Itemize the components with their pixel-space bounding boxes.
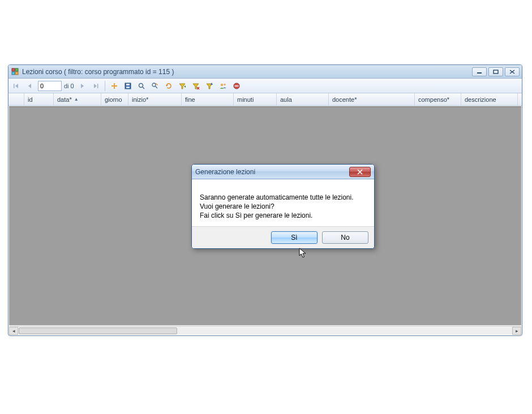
- dialog-no-button[interactable]: No: [322, 231, 368, 244]
- nav-first-button[interactable]: [11, 80, 22, 92]
- svg-marker-8: [28, 84, 31, 88]
- column-label: giorno: [105, 96, 122, 103]
- svg-marker-24: [184, 85, 186, 88]
- svg-point-29: [224, 83, 226, 85]
- users-button[interactable]: [217, 80, 229, 92]
- nav-last-button[interactable]: [90, 80, 101, 92]
- dialog-body: Saranno generate automaticamente tutte l…: [192, 179, 374, 226]
- column-label: fine: [185, 96, 195, 103]
- svg-rect-5: [494, 70, 498, 74]
- column-label: id: [28, 96, 33, 103]
- column-header-id[interactable]: id: [24, 93, 54, 105]
- minimize-button[interactable]: [472, 67, 487, 76]
- column-header-compenso[interactable]: compenso*: [415, 93, 461, 105]
- column-label: compenso*: [418, 96, 449, 103]
- maximize-button[interactable]: [488, 67, 503, 76]
- column-header-selector[interactable]: [8, 93, 24, 105]
- column-header-fine[interactable]: fine: [182, 93, 234, 105]
- navigator-toolbar: di 0: [8, 79, 522, 93]
- dialog-button-bar: Sì No: [192, 226, 374, 248]
- svg-line-18: [143, 87, 144, 89]
- column-header-aula[interactable]: aula: [277, 93, 329, 105]
- column-label: aula: [280, 96, 292, 103]
- scroll-right-button[interactable]: ▸: [512, 327, 521, 335]
- svg-marker-23: [179, 84, 185, 89]
- delete-button[interactable]: [231, 80, 242, 92]
- close-button[interactable]: [505, 67, 520, 76]
- scroll-left-button[interactable]: ◂: [9, 327, 18, 335]
- dialog-titlebar: Generazione lezioni: [192, 165, 374, 179]
- nav-prev-button[interactable]: [24, 80, 36, 92]
- column-label: data*: [57, 96, 72, 103]
- dialog-no-label: No: [341, 234, 349, 241]
- svg-marker-10: [94, 84, 97, 88]
- svg-rect-11: [97, 84, 98, 88]
- svg-rect-3: [15, 72, 18, 75]
- app-icon: [11, 67, 20, 76]
- save-button[interactable]: [122, 80, 134, 92]
- apply-filter-button[interactable]: [177, 80, 188, 92]
- remove-filter-button[interactable]: [190, 80, 201, 92]
- dialog-title: Generazione lezioni: [195, 168, 349, 176]
- dialog-yes-label: Sì: [291, 234, 297, 241]
- grid-header: iddata*▲giornoinizio*fineminutiauladocen…: [8, 93, 522, 106]
- svg-line-20: [155, 86, 157, 88]
- svg-point-17: [139, 83, 143, 87]
- column-label: minuti: [237, 96, 254, 103]
- dialog-close-button[interactable]: [349, 167, 371, 177]
- svg-rect-16: [126, 87, 130, 88]
- svg-rect-13: [111, 85, 117, 87]
- svg-rect-0: [12, 68, 15, 71]
- separator: [105, 81, 105, 91]
- horizontal-scrollbar[interactable]: ◂ ▸: [9, 326, 521, 335]
- dialog-line-2: Vuoi generare le lezioni?: [200, 202, 366, 211]
- svg-rect-31: [234, 85, 238, 87]
- confirm-dialog: Generazione lezioni Saranno generate aut…: [191, 164, 375, 249]
- column-header-descrizione[interactable]: descrizione: [461, 93, 518, 105]
- search-button[interactable]: [136, 80, 147, 92]
- refresh-button[interactable]: [163, 80, 174, 92]
- column-header-docente[interactable]: docente*: [329, 93, 415, 105]
- column-header-minuti[interactable]: minuti: [234, 93, 277, 105]
- column-header-giorno[interactable]: giorno: [101, 93, 128, 105]
- column-header-inizio[interactable]: inizio*: [128, 93, 182, 105]
- column-header-data[interactable]: data*▲: [54, 93, 101, 105]
- svg-marker-9: [81, 84, 84, 88]
- scroll-thumb[interactable]: [19, 327, 177, 334]
- window-controls: [472, 67, 520, 76]
- sort-asc-icon: ▲: [74, 97, 79, 102]
- svg-point-19: [152, 83, 156, 87]
- dialog-yes-button[interactable]: Sì: [271, 231, 318, 244]
- svg-rect-15: [126, 84, 130, 85]
- dialog-line-3: Fai click su Sì per generare le lezioni.: [200, 211, 366, 220]
- add-button[interactable]: [109, 80, 120, 92]
- dialog-line-1: Saranno generate automaticamente tutte l…: [200, 193, 366, 202]
- svg-rect-4: [477, 72, 482, 74]
- nav-next-button[interactable]: [76, 80, 88, 92]
- svg-rect-6: [14, 84, 15, 88]
- column-label: docente*: [332, 96, 357, 103]
- svg-rect-1: [15, 68, 18, 71]
- nav-position-input[interactable]: [38, 81, 62, 91]
- svg-rect-2: [12, 72, 15, 75]
- window-title: Lezioni corso ( filtro: corso programmat…: [22, 68, 472, 76]
- generate-button[interactable]: [204, 80, 215, 92]
- nav-count-label: di 0: [64, 83, 74, 89]
- column-label: inizio*: [132, 96, 148, 103]
- svg-point-28: [220, 83, 223, 86]
- edit-button[interactable]: [149, 80, 161, 92]
- window-titlebar: Lezioni corso ( filtro: corso programmat…: [8, 65, 522, 79]
- svg-marker-7: [15, 84, 18, 88]
- column-label: descrizione: [465, 96, 496, 103]
